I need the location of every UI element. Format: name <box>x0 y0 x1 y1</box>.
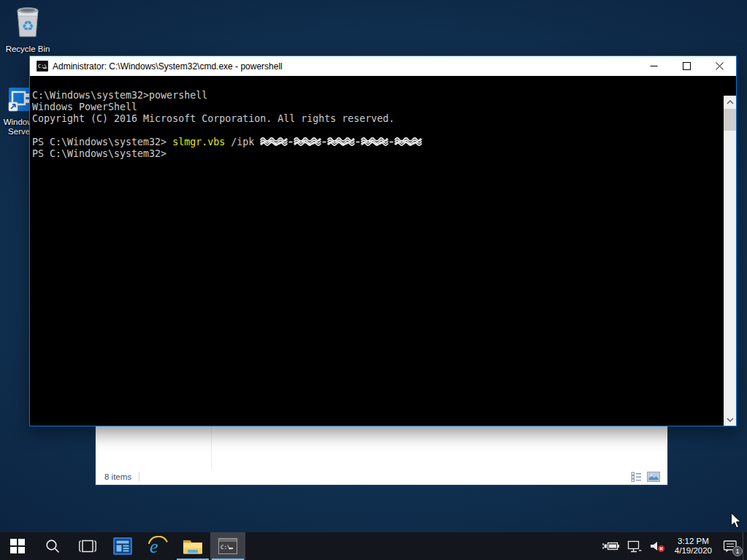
svg-text:♻: ♻ <box>21 18 34 34</box>
volume-muted-icon <box>649 540 665 553</box>
command-token: slmgr.vbs <box>172 137 225 147</box>
power-tray-button[interactable] <box>599 532 624 560</box>
server-manager-icon <box>113 537 132 556</box>
taskbar: e C:\ <box>0 532 747 560</box>
cmd-window-icon: C:\ <box>37 61 48 72</box>
maximize-icon <box>683 62 691 70</box>
close-icon <box>716 62 724 70</box>
redacted-product-key-scribble <box>260 137 422 147</box>
notification-badge: 1 <box>732 546 743 556</box>
task-view-button[interactable] <box>70 532 105 560</box>
internet-explorer-button[interactable]: e <box>140 532 175 560</box>
console-line: C:\Windows\system32>powershell <box>32 90 724 101</box>
scrollbar-up-icon[interactable] <box>724 96 736 108</box>
status-bar-divider <box>139 472 139 482</box>
console-blank-line <box>32 125 724 137</box>
network-tray-button[interactable] <box>624 532 646 560</box>
explorer-pane-separator <box>211 426 212 469</box>
search-icon <box>45 539 60 553</box>
minimize-icon <box>650 62 658 70</box>
recycle-bin-desktop-icon[interactable]: ♻ Recycle Bin <box>4 4 51 54</box>
maximize-button[interactable] <box>670 56 703 76</box>
tray-time: 3:12 PM <box>675 537 712 546</box>
console-text: C:\Windows\system32>powershell Windows P… <box>30 76 724 426</box>
scrollbar-down-icon[interactable] <box>724 413 736 426</box>
console-prompt-line: PS C:\Windows\system32> <box>32 148 724 160</box>
explorer-item-count: 8 items <box>104 472 131 481</box>
start-button[interactable] <box>0 532 35 560</box>
console-output-area[interactable]: C:\Windows\system32>powershell Windows P… <box>30 76 736 426</box>
command-prompt-icon: C:\ <box>218 538 237 554</box>
taskbar-search-button[interactable] <box>35 532 70 560</box>
console-title-bar[interactable]: C:\ Administrator: C:\Windows\System32\c… <box>30 56 736 76</box>
windows-logo-icon <box>10 539 25 553</box>
tray-date: 4/19/2020 <box>675 546 712 556</box>
system-tray: 3:12 PM 4/19/2020 1 <box>599 532 747 560</box>
close-button[interactable] <box>703 56 736 76</box>
command-prompt-taskbar-button[interactable]: C:\ <box>210 532 245 560</box>
minimize-button[interactable] <box>637 56 670 76</box>
power-plug-icon <box>602 540 620 552</box>
task-view-icon <box>79 540 96 553</box>
tray-clock[interactable]: 3:12 PM 4/19/2020 <box>669 537 718 556</box>
cmd-powershell-window[interactable]: C:\ Administrator: C:\Windows\System32\c… <box>29 55 737 426</box>
console-command-line: PS C:\Windows\system32>slmgr.vbs/ipk <box>32 137 724 148</box>
show-desktop-button[interactable] <box>743 532 747 560</box>
console-window-title: Administrator: C:\Windows\System32\cmd.e… <box>53 61 637 72</box>
large-icons-view-icon[interactable] <box>647 472 660 482</box>
file-explorer-button[interactable] <box>175 532 210 560</box>
internet-explorer-icon: e <box>148 536 168 556</box>
scrollbar-thumb[interactable] <box>724 109 736 131</box>
server-manager-button[interactable] <box>105 532 140 560</box>
details-view-icon[interactable] <box>631 472 642 482</box>
volume-tray-button[interactable] <box>646 532 669 560</box>
mouse-cursor <box>729 513 743 529</box>
console-line: Windows PowerShell <box>32 101 724 113</box>
recycle-bin-icon: ♻ <box>12 4 44 39</box>
action-center-button[interactable]: 1 <box>718 532 743 560</box>
explorer-status-bar: 8 items <box>96 469 667 485</box>
console-line: Copyright (C) 2016 Microsoft Corporation… <box>32 113 724 125</box>
network-icon <box>627 540 642 553</box>
svg-text:C:\: C:\ <box>221 544 231 551</box>
argument-token: /ipk <box>231 137 254 147</box>
console-scrollbar[interactable] <box>724 96 736 426</box>
recycle-bin-label: Recycle Bin <box>4 45 51 54</box>
file-explorer-icon <box>183 538 203 554</box>
